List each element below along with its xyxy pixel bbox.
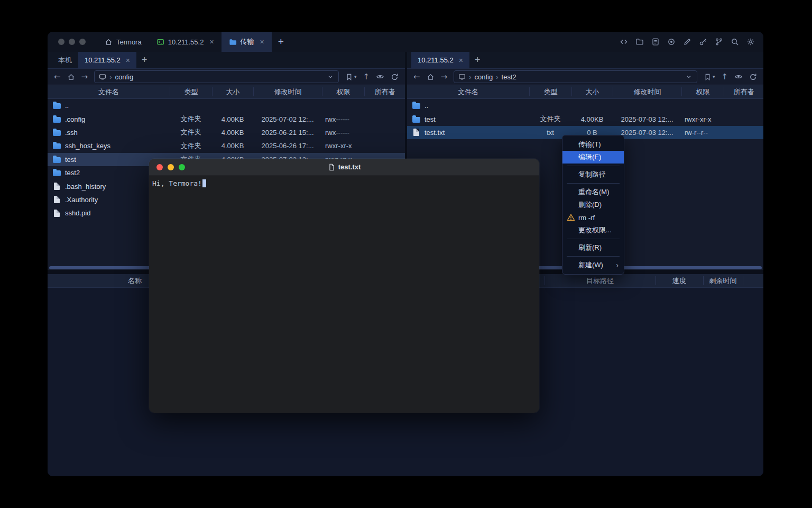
column-header-owner[interactable]: 所有者 [724,87,763,96]
file-icon [413,129,419,136]
file-row[interactable]: .config 文件夹 4.00KB 2025-07-02 12:... rwx… [48,112,405,125]
menu-item-new[interactable]: 新建(W) › [562,259,624,271]
close-window-button[interactable] [58,39,64,45]
menu-separator [567,239,620,239]
menu-item-edit[interactable]: 编辑(E) [562,151,624,164]
minimize-window-button[interactable] [69,39,75,45]
menu-item-refresh[interactable]: 刷新(R) [562,241,624,254]
file-row[interactable]: .. [407,99,763,112]
refresh-button[interactable] [749,73,757,81]
new-panel-tab-button[interactable]: + [142,55,147,66]
file-name: test [425,115,436,123]
file-icon [53,170,61,176]
file-row[interactable]: .. [48,99,405,112]
close-tab-icon[interactable]: × [459,57,463,64]
close-tab-icon[interactable]: × [126,57,130,64]
refresh-button[interactable] [391,73,399,81]
file-modified: 2025-07-03 12:... [613,115,681,123]
menu-item-rm-rf[interactable]: rm -rf [562,211,624,224]
file-type: 文件夹 [170,141,212,151]
column-header-size[interactable]: 大小 [571,87,613,96]
warning-icon [567,213,575,222]
home-button[interactable] [67,73,75,81]
chevron-down-icon[interactable] [685,73,693,80]
file-size: 4.00KB [212,142,253,150]
home-button[interactable] [427,73,435,81]
path-separator: › [109,73,112,81]
parent-dir-button[interactable]: ↑ [721,72,728,81]
column-header-filename[interactable]: 文件名 [48,87,170,96]
column-separator [656,276,656,285]
column-header-permissions[interactable]: 权限 [681,87,724,96]
tab-remote-host[interactable]: 10.211.55.2 × [78,52,136,68]
refresh-icon [391,73,399,81]
tab-remote-host[interactable]: 10.211.55.2 × [411,52,469,68]
log-icon[interactable] [651,38,660,46]
path-segment[interactable]: config [115,73,134,81]
path-segment[interactable]: config [475,73,493,81]
column-header-owner[interactable]: 所有者 [364,87,405,96]
key-icon[interactable] [699,38,707,46]
menu-item-rename[interactable]: 重命名(M) [562,186,624,198]
editor-zoom-button[interactable] [179,164,185,170]
menu-item-change-permissions[interactable]: 更改权限... [562,224,624,237]
editor-minimize-button[interactable] [168,164,174,170]
tab-local[interactable]: 本机 [52,52,78,68]
menu-item-copy-path[interactable]: 复制路径 [562,168,624,181]
branch-icon[interactable] [715,38,723,46]
column-header-target-path[interactable]: 目标路径 [545,274,656,287]
edit-icon[interactable] [683,38,691,46]
column-header-speed[interactable]: 速度 [656,274,703,287]
column-header-modified[interactable]: 修改时间 [253,87,322,96]
back-button[interactable]: ← [54,72,61,81]
column-header-remaining[interactable]: 剩余时间 [703,274,743,287]
file-name: ssh_host_keys [65,142,110,150]
titlebar-actions [620,32,755,52]
tab-termora[interactable]: Termora [97,32,149,52]
menu-item-transfer[interactable]: 传输(T) [562,138,624,151]
record-icon[interactable] [667,38,676,46]
folder-icon[interactable] [635,38,644,46]
forward-button[interactable]: → [441,72,448,81]
editor-titlebar[interactable]: test.txt [149,159,539,176]
column-header-modified[interactable]: 修改时间 [613,87,681,96]
path-bar[interactable]: › config › test2 [454,70,697,83]
file-name: .. [425,102,428,110]
editor-content[interactable]: Hi, Termora! [149,176,539,191]
back-button[interactable]: ← [413,72,420,81]
column-header-type[interactable]: 类型 [529,87,571,96]
zoom-window-button[interactable] [79,39,86,45]
code-icon[interactable] [620,38,628,46]
bookmark-button[interactable]: ▾ [704,73,715,81]
parent-dir-button[interactable]: ↑ [363,72,370,81]
tab-transfer[interactable]: 传输 × [222,32,272,52]
editor-close-button[interactable] [156,164,163,170]
path-bar[interactable]: › config [94,70,339,83]
file-icon [53,130,61,136]
new-tab-button[interactable]: + [278,36,284,48]
file-row[interactable]: ssh_host_keys 文件夹 4.00KB 2025-06-26 17:.… [48,139,405,152]
forward-button[interactable]: → [81,72,88,81]
window-tabs: Termora 10.211.55.2 × 传输 × + [97,32,284,52]
show-hidden-button[interactable] [376,72,384,81]
settings-icon[interactable] [746,38,755,46]
close-tab-icon[interactable]: × [209,38,214,46]
column-header-size[interactable]: 大小 [212,87,253,96]
tab-ssh-host[interactable]: 10.211.55.2 × [149,32,222,52]
column-header-type[interactable]: 类型 [170,87,212,96]
menu-item-delete[interactable]: 删除(D) [562,198,624,211]
left-table-header: 文件名 类型 大小 修改时间 权限 所有者 [48,85,405,99]
show-hidden-button[interactable] [734,72,743,81]
new-panel-tab-button[interactable]: + [475,55,481,66]
search-icon[interactable] [731,38,739,46]
column-header-permissions[interactable]: 权限 [322,87,364,96]
column-header-filename[interactable]: 文件名 [407,87,529,96]
close-tab-icon[interactable]: × [260,38,264,46]
file-modified: 2025-06-21 15:... [253,129,322,137]
chevron-down-icon[interactable] [327,73,334,80]
bookmark-icon [704,73,712,81]
file-row[interactable]: test 文件夹 4.00KB 2025-07-03 12:... rwxr-x… [407,112,763,125]
path-segment[interactable]: test2 [502,73,516,81]
file-row[interactable]: .ssh 文件夹 4.00KB 2025-06-21 15:... rwx---… [48,126,405,139]
bookmark-button[interactable]: ▾ [345,73,357,81]
